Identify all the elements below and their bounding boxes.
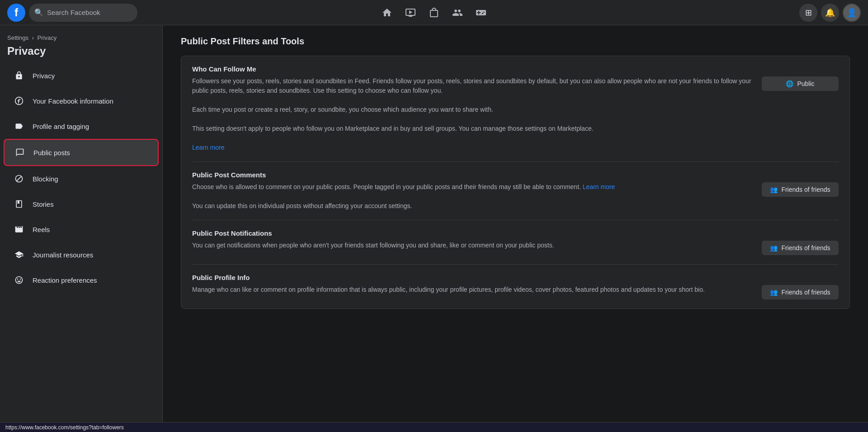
sidebar-item-blocking[interactable]: Blocking	[4, 166, 159, 191]
who-can-follow-body: Followers see your posts, reels, stories…	[192, 76, 839, 152]
status-bar: https://www.facebook.com/settings?tab=fo…	[0, 422, 868, 432]
sidebar-fbinfo-label: Your Facebook information	[33, 97, 113, 105]
top-navigation: f 🔍 ⊞ 🔔 👤	[0, 0, 868, 25]
sidebar-journalist-label: Journalist resources	[33, 251, 93, 259]
public-post-comments-body: Choose who is allowed to comment on your…	[192, 182, 839, 211]
sidebar-privacy-label: Privacy	[33, 72, 55, 80]
facebook-logo[interactable]: f	[7, 4, 25, 22]
who-can-follow-setting-btn[interactable]: 🌐 Public	[762, 76, 839, 91]
sidebar-public-posts-label: Public posts	[33, 149, 70, 157]
page-title: Public Post Filters and Tools	[181, 36, 850, 47]
sidebar-item-profile-tagging[interactable]: Profile and tagging	[4, 114, 159, 139]
sidebar-reaction-label: Reaction preferences	[33, 276, 97, 284]
breadcrumb-current: Privacy	[38, 34, 57, 41]
public-post-comments-text: Choose who is allowed to comment on your…	[192, 182, 755, 211]
who-can-follow-learn-more[interactable]: Learn more	[192, 144, 225, 151]
public-profile-info-header: Public Profile Info	[192, 274, 839, 281]
breadcrumb-separator: ›	[32, 34, 34, 41]
search-bar[interactable]: 🔍	[29, 4, 137, 22]
public-post-notifications-section: Public Post Notifications You can get no…	[192, 220, 839, 265]
public-post-notifications-body: You can get notifications when people wh…	[192, 241, 839, 255]
grid-menu-button[interactable]: ⊞	[799, 4, 817, 22]
stories-icon	[11, 196, 27, 212]
sidebar: Settings › Privacy Privacy Privacy Your …	[0, 25, 163, 422]
sidebar-title: Privacy	[0, 43, 162, 63]
lock-icon	[11, 67, 27, 84]
public-globe-icon: 🌐	[786, 80, 793, 87]
groups-nav-button[interactable]	[447, 2, 468, 24]
public-post-comments-setting-btn[interactable]: 👥 Friends of friends	[762, 182, 839, 197]
public-post-comments-header: Public Post Comments	[192, 171, 839, 179]
who-can-follow-text: Followers see your posts, reels, stories…	[192, 76, 755, 152]
home-nav-button[interactable]	[376, 2, 398, 24]
who-can-follow-setting-label: Public	[797, 80, 814, 87]
public-post-notifications-setting-btn[interactable]: 👥 Friends of friends	[762, 241, 839, 255]
public-posts-card: Who Can Follow Me Followers see your pos…	[181, 56, 850, 309]
public-profile-info-text: Manage who can like or comment on profil…	[192, 285, 755, 294]
reels-icon	[11, 221, 27, 237]
sidebar-item-journalist[interactable]: Journalist resources	[4, 242, 159, 267]
topnav-center	[376, 2, 492, 24]
public-post-comments-setting-label: Friends of friends	[781, 186, 830, 193]
who-can-follow-section: Who Can Follow Me Followers see your pos…	[192, 65, 839, 162]
public-posts-icon	[12, 144, 28, 161]
topnav-left: f 🔍	[7, 4, 161, 22]
sidebar-profile-tagging-label: Profile and tagging	[33, 123, 89, 130]
breadcrumb: Settings › Privacy	[0, 29, 162, 43]
topnav-right: ⊞ 🔔 👤	[799, 4, 861, 22]
public-post-comments-learn-more[interactable]: Learn more	[583, 183, 615, 190]
public-profile-info-setting-btn[interactable]: 👥 Friends of friends	[762, 285, 839, 299]
public-post-notifications-header: Public Post Notifications	[192, 229, 839, 237]
sidebar-item-public-posts[interactable]: Public posts	[4, 139, 159, 166]
marketplace-nav-button[interactable]	[423, 2, 445, 24]
main-content: Public Post Filters and Tools Who Can Fo…	[163, 25, 868, 422]
public-profile-info-setting-label: Friends of friends	[781, 289, 830, 296]
public-profile-info-body: Manage who can like or comment on profil…	[192, 285, 839, 299]
journalist-icon	[11, 247, 27, 263]
facebook-circle-icon	[11, 93, 27, 109]
gaming-nav-button[interactable]	[470, 2, 492, 24]
public-post-notifications-text: You can get notifications when people wh…	[192, 241, 755, 250]
sidebar-stories-label: Stories	[33, 200, 54, 208]
sidebar-reels-label: Reels	[33, 226, 50, 233]
breadcrumb-settings-link[interactable]: Settings	[7, 34, 28, 41]
sidebar-item-reels[interactable]: Reels	[4, 217, 159, 242]
public-profile-info-section: Public Profile Info Manage who can like …	[192, 265, 839, 299]
status-url: https://www.facebook.com/settings?tab=fo…	[5, 424, 124, 431]
who-can-follow-header: Who Can Follow Me	[192, 65, 839, 73]
sidebar-item-fb-info[interactable]: Your Facebook information	[4, 88, 159, 114]
sidebar-blocking-label: Blocking	[33, 175, 58, 183]
sidebar-item-stories[interactable]: Stories	[4, 191, 159, 217]
notifications-button[interactable]: 🔔	[821, 4, 839, 22]
public-post-notifications-setting-label: Friends of friends	[781, 244, 830, 252]
tag-icon	[11, 118, 27, 134]
sidebar-item-privacy[interactable]: Privacy	[4, 63, 159, 88]
public-post-comments-section: Public Post Comments Choose who is allow…	[192, 162, 839, 220]
main-layout: Settings › Privacy Privacy Privacy Your …	[0, 25, 868, 422]
reaction-icon	[11, 272, 27, 288]
video-nav-button[interactable]	[400, 2, 421, 24]
block-icon	[11, 171, 27, 187]
sidebar-item-reaction-prefs[interactable]: Reaction preferences	[4, 267, 159, 293]
search-icon: 🔍	[34, 8, 43, 17]
friends-of-friends-icon-1: 👥	[770, 186, 778, 193]
friends-of-friends-icon-3: 👥	[770, 289, 778, 296]
friends-of-friends-icon-2: 👥	[770, 244, 778, 252]
search-input[interactable]	[47, 9, 132, 16]
user-avatar[interactable]: 👤	[843, 4, 861, 22]
